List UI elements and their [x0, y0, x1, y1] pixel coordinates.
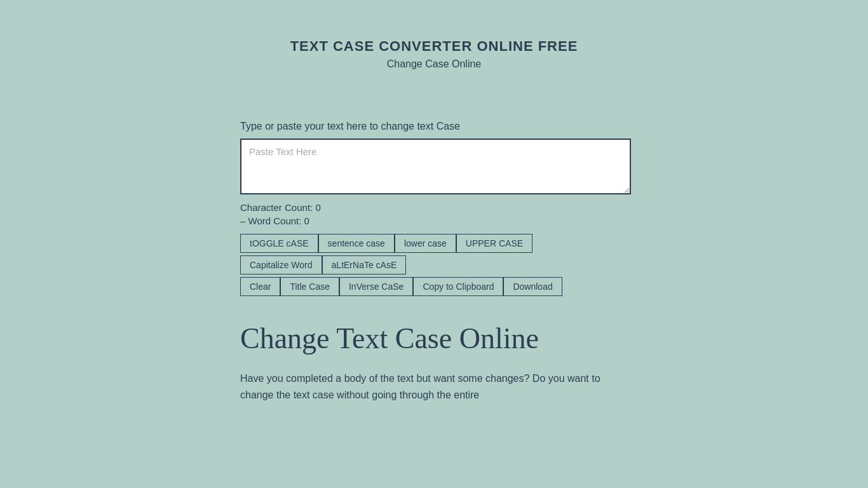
alternate-case-btn[interactable]: aLtErNaTe cAsE — [322, 255, 407, 274]
word-count: – Word Count: 0 — [240, 215, 631, 226]
text-input[interactable] — [240, 139, 631, 194]
clear-btn[interactable]: Clear — [240, 277, 280, 296]
download-btn[interactable]: Download — [503, 277, 562, 296]
sentence-case-btn[interactable]: sentence case — [318, 234, 395, 253]
buttons-row-3: Clear Title Case InVerse CaSe Copy to Cl… — [240, 277, 631, 296]
tool-label: Type or paste your text here to change t… — [240, 121, 631, 132]
site-subtitle: Change Case Online — [13, 58, 855, 70]
page-header: TEXT CASE CONVERTER ONLINE FREE Change C… — [13, 38, 855, 70]
tool-section: Type or paste your text here to change t… — [237, 121, 631, 296]
buttons-row-1: tOGGLE cASE sentence case lower case UPP… — [240, 234, 631, 253]
character-count: Character Count: 0 — [240, 202, 631, 213]
title-case-btn[interactable]: Title Case — [280, 277, 339, 296]
site-title: TEXT CASE CONVERTER ONLINE FREE — [13, 38, 855, 55]
content-section: Change Text Case Online Have you complet… — [237, 322, 631, 403]
upper-case-btn[interactable]: UPPER CASE — [456, 234, 532, 253]
toggle-case-btn[interactable]: tOGGLE cASE — [240, 234, 318, 253]
lower-case-btn[interactable]: lower case — [395, 234, 456, 253]
buttons-row-2: Capitalize Word aLtErNaTe cAsE — [240, 255, 631, 274]
copy-clipboard-btn[interactable]: Copy to Clipboard — [413, 277, 503, 296]
content-heading: Change Text Case Online — [240, 322, 631, 355]
inverse-case-btn[interactable]: InVerse CaSe — [339, 277, 413, 296]
content-paragraph: Have you completed a body of the text bu… — [240, 370, 631, 403]
capitalize-word-btn[interactable]: Capitalize Word — [240, 255, 322, 274]
